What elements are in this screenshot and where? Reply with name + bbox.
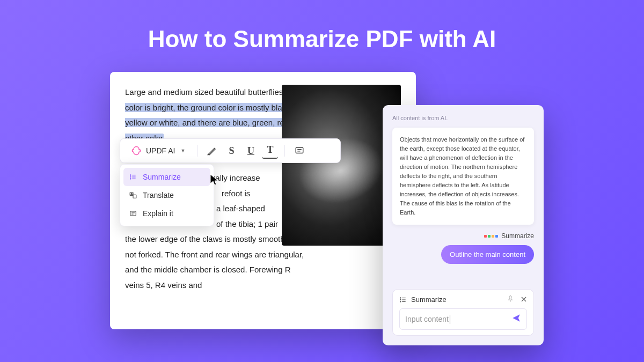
mouse-cursor-icon bbox=[210, 174, 219, 187]
dropdown-explain-label: Explain it bbox=[143, 209, 173, 218]
close-icon[interactable] bbox=[521, 295, 527, 304]
highlighter-icon[interactable] bbox=[204, 143, 220, 159]
svg-rect-10 bbox=[133, 195, 136, 198]
svg-point-5 bbox=[130, 176, 131, 177]
list-icon bbox=[129, 173, 137, 181]
user-message-bubble: Outline the main content bbox=[441, 245, 534, 264]
svg-text:A: A bbox=[131, 193, 133, 195]
underline-icon[interactable]: U bbox=[243, 143, 259, 159]
translate-icon: A bbox=[129, 191, 137, 200]
color-dots-icon bbox=[484, 235, 498, 238]
svg-rect-0 bbox=[296, 147, 304, 153]
page-title: How to Summarize PDF with AI bbox=[0, 0, 644, 72]
svg-point-3 bbox=[130, 175, 131, 175]
pin-icon[interactable] bbox=[507, 295, 514, 304]
svg-point-17 bbox=[400, 299, 401, 300]
chat-input-field[interactable]: Input content bbox=[399, 308, 527, 330]
dropdown-explain[interactable]: Explain it bbox=[123, 204, 210, 223]
ai-button-label: UPDF AI bbox=[146, 146, 175, 155]
send-icon[interactable] bbox=[511, 313, 521, 325]
ai-dropdown-menu: Summarize A Translate Explain it bbox=[120, 164, 214, 226]
svg-point-15 bbox=[400, 297, 401, 298]
dropdown-summarize[interactable]: Summarize bbox=[123, 168, 210, 186]
dropdown-summarize-label: Summarize bbox=[143, 173, 181, 181]
text-tool-icon[interactable]: T bbox=[262, 143, 278, 159]
strikethrough-icon[interactable]: S bbox=[223, 143, 239, 159]
pdf-text-before: Large and medium sized beautiful butterf… bbox=[125, 87, 288, 97]
toolbar-separator bbox=[197, 145, 197, 157]
input-placeholder: Input content bbox=[405, 315, 449, 323]
input-mode-label: Summarize bbox=[411, 295, 447, 304]
toolbar-separator bbox=[284, 145, 285, 157]
selection-toolbar: UPDF AI ▼ S U T bbox=[120, 138, 341, 163]
svg-rect-12 bbox=[130, 211, 136, 216]
ai-chat-panel: All content is from AI. Objects that mov… bbox=[383, 105, 544, 345]
response-mode-label: Summarize bbox=[501, 232, 534, 240]
updf-logo-icon bbox=[131, 145, 142, 156]
pdf-frag-5: the lower edge of the claws is mostly sm… bbox=[125, 234, 304, 290]
ai-source-note: All content is from AI. bbox=[392, 115, 534, 121]
pdf-document-card: Large and medium sized beautiful butterf… bbox=[110, 72, 416, 329]
comment-icon[interactable] bbox=[291, 143, 308, 159]
input-mode-selector[interactable]: Summarize bbox=[399, 295, 447, 304]
chat-input-area: Summarize Input content bbox=[392, 289, 534, 336]
explain-icon bbox=[129, 209, 137, 218]
response-mode-tag: Summarize bbox=[392, 232, 534, 240]
text-cursor bbox=[450, 315, 450, 324]
updf-ai-button[interactable]: UPDF AI ▼ bbox=[126, 142, 191, 159]
dropdown-translate[interactable]: A Translate bbox=[123, 186, 210, 204]
svg-point-7 bbox=[130, 179, 131, 179]
svg-point-19 bbox=[400, 301, 401, 301]
ai-response-bubble: Objects that move horizontally on the su… bbox=[392, 128, 534, 225]
chevron-down-icon: ▼ bbox=[180, 148, 185, 153]
dropdown-translate-label: Translate bbox=[143, 191, 174, 200]
